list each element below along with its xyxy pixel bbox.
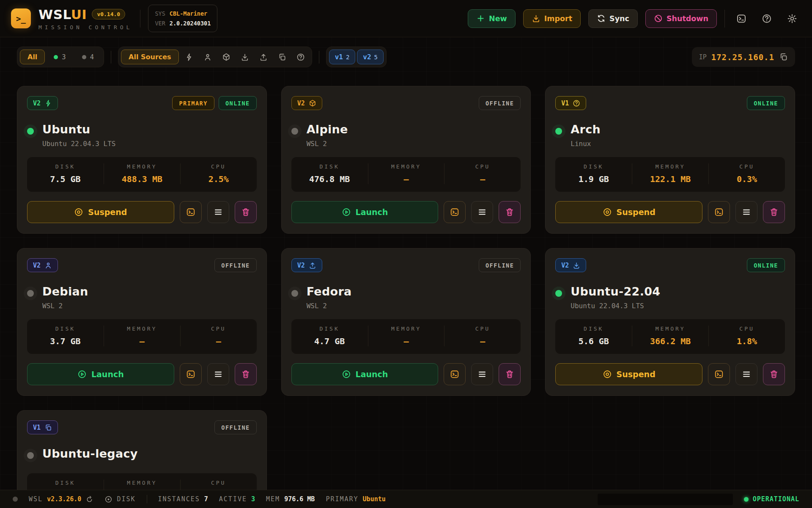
open-terminal-button[interactable]: [708, 363, 730, 385]
instance-status-dot: [27, 452, 34, 459]
primary-action-button[interactable]: Launch: [291, 363, 439, 385]
gear-icon: [787, 14, 797, 24]
filter-all[interactable]: All: [20, 50, 45, 64]
wsl-version-badge: V1: [555, 96, 586, 110]
new-instance-button[interactable]: New: [468, 9, 516, 28]
instance-menu-button[interactable]: [471, 363, 493, 385]
instance-actions: Launch: [291, 363, 521, 385]
menu-icon: [214, 207, 223, 217]
menu-icon: [214, 370, 223, 379]
instance-stats: DISK 1.9 GB MEMORY 122.1 MB CPU 0.3%: [555, 157, 785, 192]
sync-button[interactable]: Sync: [588, 9, 638, 28]
state-filter-group: All 3 4: [17, 47, 104, 67]
filter-offline[interactable]: 4: [75, 50, 101, 64]
open-terminal-button[interactable]: [444, 201, 466, 223]
primary-action-button[interactable]: Launch: [291, 201, 439, 223]
instance-menu-button[interactable]: [207, 201, 229, 223]
instance-distro: Ubuntu 22.04.3 LTS: [42, 140, 115, 148]
disk-value: 5.6 GB: [555, 336, 632, 346]
memory-value: –: [368, 336, 444, 346]
primary-action-button[interactable]: Suspend: [27, 201, 174, 223]
status-badge: OFFLINE: [479, 96, 521, 110]
instance-stats: DISK 7.5 GB MEMORY 488.3 MB CPU 2.5%: [27, 157, 257, 192]
filter-v2[interactable]: v25: [357, 50, 384, 64]
delete-instance-button[interactable]: [235, 363, 257, 385]
delete-instance-button[interactable]: [763, 363, 785, 385]
cpu-label: CPU: [709, 326, 785, 332]
version-badge-icon: [44, 424, 52, 431]
refresh-icon[interactable]: [85, 495, 93, 503]
import-button[interactable]: Import: [523, 9, 581, 28]
primary-action-button[interactable]: Suspend: [555, 201, 702, 223]
help-button[interactable]: [758, 10, 776, 28]
disk-label: DISK: [27, 480, 104, 486]
source-filter-copy-icon[interactable]: [274, 50, 291, 64]
instance-name: Ubuntu-22.04: [571, 285, 660, 298]
delete-instance-button[interactable]: [499, 201, 521, 223]
trash-icon: [241, 207, 250, 217]
delete-instance-button[interactable]: [235, 201, 257, 223]
sync-icon: [597, 14, 606, 23]
app-logo: >_: [11, 8, 31, 28]
instances-value: 7: [204, 495, 208, 503]
import-download-icon: [532, 14, 540, 23]
open-terminal-button[interactable]: [180, 363, 202, 385]
terminal-icon: [186, 207, 195, 217]
instance-stats: DISK 5.6 GB MEMORY 366.2 MB CPU 1.8%: [555, 319, 785, 354]
suspend-icon: [603, 207, 612, 217]
cpu-label: CPU: [181, 326, 257, 332]
instance-distro: WSL 2: [307, 302, 352, 310]
source-filter-upload-icon[interactable]: [255, 50, 272, 64]
disk-label: DISK: [291, 326, 368, 332]
help-icon: [762, 14, 772, 24]
source-filter-bolt-icon[interactable]: [181, 50, 198, 64]
source-filter-cube-icon[interactable]: [218, 50, 235, 64]
wsl-version-badge: V2: [555, 258, 586, 272]
open-terminal-button[interactable]: [708, 201, 730, 223]
delete-instance-button[interactable]: [763, 201, 785, 223]
global-terminal-button[interactable]: [732, 10, 750, 28]
filter-all-sources[interactable]: All Sources: [121, 50, 179, 64]
primary-action-button[interactable]: Suspend: [555, 363, 702, 385]
cpu-label: CPU: [181, 480, 257, 486]
instance-menu-button[interactable]: [207, 363, 229, 385]
app-title: WSLUI: [38, 7, 87, 22]
trash-icon: [505, 207, 514, 217]
sys-value: CBL-Mariner: [170, 10, 207, 17]
instance-menu-button[interactable]: [735, 201, 757, 223]
instance-menu-button[interactable]: [471, 201, 493, 223]
cpu-value: –: [444, 336, 521, 346]
instance-name: Ubuntu-legacy: [42, 447, 138, 460]
open-terminal-button[interactable]: [180, 201, 202, 223]
source-filter-help-icon[interactable]: [292, 50, 309, 64]
cpu-value: –: [181, 336, 257, 346]
terminal-prompt-glyph: >_: [16, 14, 26, 23]
copy-icon[interactable]: [779, 52, 788, 61]
active-label: ACTIVE: [219, 495, 247, 503]
source-filter-person-icon[interactable]: [199, 50, 216, 64]
instance-menu-button[interactable]: [735, 363, 757, 385]
settings-button[interactable]: [783, 10, 801, 28]
instance-status-dot: [27, 290, 34, 297]
delete-instance-button[interactable]: [499, 363, 521, 385]
statusbar-divider: [147, 495, 147, 503]
wsl-label: WSL: [29, 495, 43, 503]
memory-label: MEMORY: [368, 163, 444, 170]
open-terminal-button[interactable]: [444, 363, 466, 385]
disk-icon: [104, 495, 112, 503]
filter-online[interactable]: 3: [47, 50, 73, 64]
app-header: >_ WSLUI v0.14.0 MISSION CONTROL SYSCBL-…: [0, 0, 812, 37]
shutdown-button[interactable]: Shutdown: [645, 9, 717, 28]
ip-label: IP: [699, 53, 707, 61]
filter-v1[interactable]: v12: [329, 50, 356, 64]
disk-label: DISK: [555, 163, 632, 170]
source-filter-download-icon[interactable]: [236, 50, 253, 64]
play-icon: [77, 370, 87, 379]
instance-name: Alpine: [307, 123, 348, 136]
primary-action-button[interactable]: Launch: [27, 363, 174, 385]
cpu-value: 1.8%: [709, 336, 785, 346]
status-badge: ONLINE: [219, 96, 257, 110]
instance-status-dot: [291, 128, 298, 135]
disk-value: 7.5 GB: [27, 174, 104, 184]
trash-icon: [241, 370, 250, 379]
